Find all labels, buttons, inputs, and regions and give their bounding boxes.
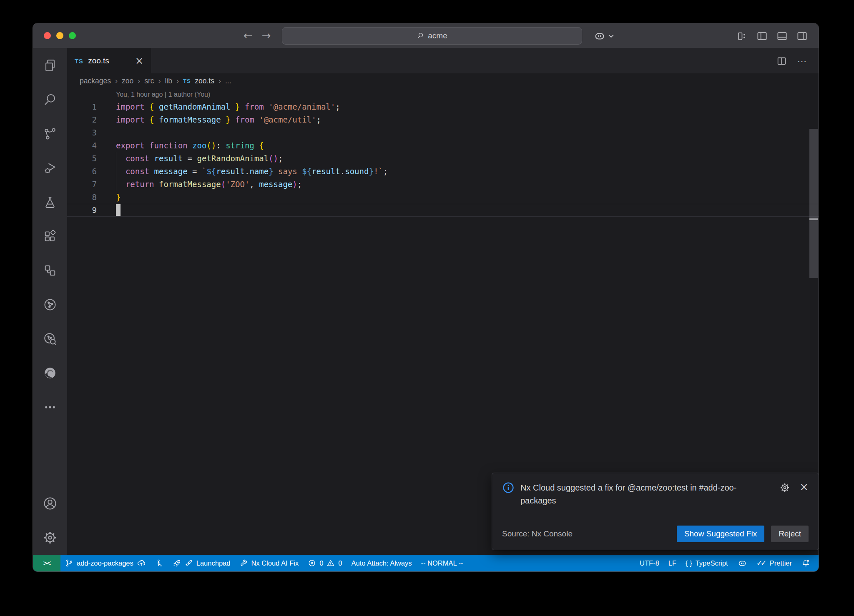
code-lines: 1import { getRandomAnimal } from '@acme/… — [67, 100, 819, 217]
more-views-icon — [43, 400, 57, 414]
line-number: 4 — [67, 139, 97, 152]
copilot-status-item[interactable] — [733, 555, 752, 571]
indent-guide — [116, 178, 116, 191]
eol-item[interactable]: LF — [664, 555, 681, 571]
code-line[interactable]: 9 — [67, 204, 819, 217]
braces-icon: { } — [686, 559, 692, 567]
minimize-window-button[interactable] — [56, 32, 63, 39]
edge-tools-icon — [43, 366, 57, 380]
branch-name: add-zoo-packages — [77, 559, 133, 567]
code-line[interactable]: 6 const message = `${result.name} says $… — [67, 165, 819, 178]
breadcrumb-item[interactable]: lib — [165, 77, 172, 85]
tab-zoo-ts[interactable]: TS zoo.ts × — [67, 48, 151, 73]
split-editor-icon[interactable] — [776, 56, 787, 66]
notifications-item[interactable] — [796, 555, 815, 571]
breadcrumb-item[interactable]: zoo — [122, 77, 133, 85]
breadcrumb-item[interactable]: packages — [80, 77, 111, 85]
error-count: 0 — [319, 559, 323, 567]
command-center-search[interactable]: acme — [282, 27, 582, 45]
code-line[interactable]: 7 return formatMessage('ZOO', message); — [67, 178, 819, 191]
tab-bar: TS zoo.ts × … — [67, 48, 819, 73]
window-controls — [44, 32, 76, 39]
line-number: 8 — [67, 191, 97, 204]
code-line[interactable]: 8} — [67, 191, 819, 204]
cloud-upload-icon — [137, 558, 146, 568]
sidebar-item-extensions[interactable] — [33, 219, 67, 253]
info-icon — [502, 481, 515, 494]
settings-gear-icon — [43, 530, 58, 545]
sidebar-item-more-views[interactable] — [33, 390, 67, 424]
sidebar-item-nx-console[interactable] — [33, 253, 67, 288]
auto-attach-item[interactable]: Auto Attach: Always — [347, 555, 417, 571]
settings-button[interactable] — [33, 521, 67, 555]
sidebar-item-nx-graph[interactable] — [33, 288, 67, 322]
run-debug-icon — [43, 161, 57, 175]
breadcrumb-item-file[interactable]: zoo.ts — [195, 77, 214, 85]
back-arrow-icon[interactable]: ← — [244, 29, 253, 42]
editor-scrollbar[interactable] — [809, 129, 818, 278]
indent-guide — [116, 152, 116, 165]
formatter-item[interactable]: ✓✓ Prettier — [752, 555, 796, 571]
search-value: acme — [428, 31, 447, 40]
breadcrumb-item[interactable]: src — [144, 77, 154, 85]
copilot-icon — [737, 558, 747, 568]
source-control-icon — [43, 127, 57, 141]
typescript-file-icon: TS — [183, 78, 191, 84]
line-number: 1 — [67, 100, 97, 113]
vim-block-cursor — [116, 204, 121, 216]
code-line[interactable]: 3 — [67, 126, 819, 139]
launchpad-item[interactable]: Launchpad — [168, 555, 235, 571]
sidebar-item-nx-cloud[interactable] — [33, 322, 67, 356]
account-button[interactable] — [33, 486, 67, 521]
breadcrumb-separator: › — [138, 77, 140, 85]
extensions-icon — [43, 229, 57, 243]
reject-button[interactable]: Reject — [771, 526, 809, 542]
code-line[interactable]: 2import { formatMessage } from '@acme/ut… — [67, 113, 819, 126]
problems-item[interactable]: 0 0 — [303, 555, 347, 571]
formatter-label: Prettier — [770, 559, 792, 567]
notification-close-icon[interactable]: × — [799, 482, 809, 491]
vim-mode-item[interactable]: -- NORMAL -- — [416, 555, 467, 571]
line-number: 3 — [67, 126, 97, 139]
code-line[interactable]: 1import { getRandomAnimal } from '@acme/… — [67, 100, 819, 113]
toggle-primary-sidebar-icon[interactable] — [756, 30, 768, 42]
encoding-item[interactable]: UTF-8 — [635, 555, 664, 571]
notification-source: Source: Nx Console — [502, 529, 573, 538]
code-line[interactable]: 5 const result = getRandomAnimal(); — [67, 152, 819, 165]
warning-icon — [327, 559, 335, 567]
nx-console-icon — [43, 263, 57, 278]
toggle-secondary-sidebar-icon[interactable] — [796, 30, 808, 42]
tab-close-icon[interactable]: × — [135, 56, 143, 66]
language-mode-item[interactable]: { } TypeScript — [681, 555, 733, 571]
code-line[interactable]: 4export function zoo(): string { — [67, 139, 819, 152]
sidebar-item-testing[interactable] — [33, 185, 67, 219]
vscode-window: ← → acme — [33, 23, 819, 572]
paintbrush-icon — [185, 559, 193, 567]
close-window-button[interactable] — [44, 32, 51, 39]
nx-cloud-fix-item[interactable]: Nx Cloud AI Fix — [235, 555, 303, 571]
toggle-panel-icon[interactable] — [776, 30, 788, 42]
titlebar: ← → acme — [33, 23, 819, 48]
notification-settings-gear-icon[interactable] — [779, 482, 790, 493]
copilot-menu[interactable] — [593, 30, 614, 42]
chevron-down-icon — [608, 34, 614, 38]
forward-arrow-icon[interactable]: → — [262, 29, 271, 42]
breadcrumb: packages› zoo› src› lib› TS zoo.ts› ... — [67, 73, 819, 88]
remote-indicator[interactable]: >< — [33, 555, 60, 571]
sidebar-item-source-control[interactable] — [33, 117, 67, 151]
customize-layout-icon[interactable] — [737, 31, 748, 42]
sidebar-item-edge-tools[interactable] — [33, 356, 67, 390]
show-suggested-fix-button[interactable]: Show Suggested Fix — [677, 526, 764, 542]
codelens-blame[interactable]: You, 1 hour ago | 1 author (You) — [67, 88, 819, 100]
wrench-icon — [239, 559, 248, 567]
sidebar-item-run-debug[interactable] — [33, 151, 67, 185]
more-actions-icon[interactable]: … — [797, 59, 808, 63]
git-branch-item[interactable]: add-zoo-packages — [60, 555, 151, 571]
sidebar-item-search[interactable] — [33, 83, 67, 117]
overview-ruler-cursor-mark — [809, 218, 818, 220]
zoom-window-button[interactable] — [69, 32, 76, 39]
breadcrumb-item[interactable]: ... — [225, 77, 231, 85]
sidebar-item-explorer[interactable] — [33, 48, 67, 83]
double-check-icon: ✓✓ — [756, 558, 766, 568]
commit-graph-item[interactable] — [151, 555, 168, 571]
